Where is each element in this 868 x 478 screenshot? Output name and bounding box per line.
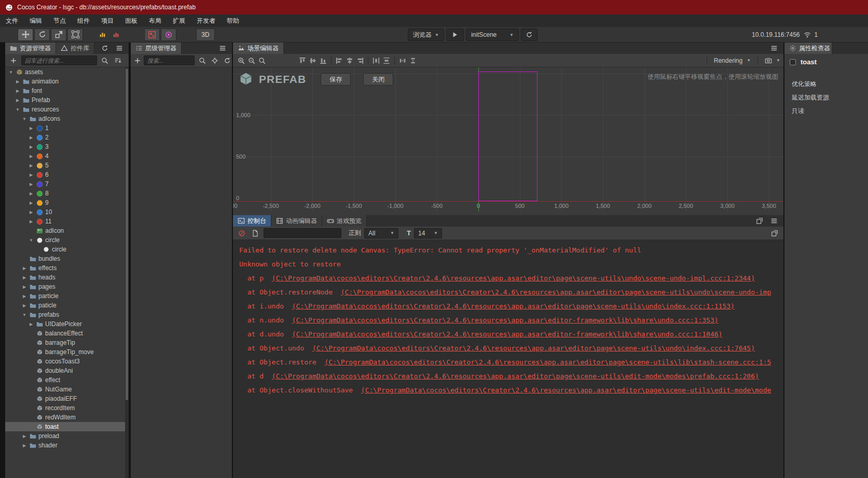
chevron-right-icon[interactable]: ▶ bbox=[29, 201, 34, 205]
chevron-right-icon[interactable]: ▶ bbox=[29, 154, 34, 159]
tree-item-NutGame[interactable]: NutGame bbox=[5, 385, 125, 394]
atlas-red-button[interactable] bbox=[144, 29, 160, 41]
close-prefab-button[interactable]: 关闭 bbox=[363, 73, 393, 86]
hierarchy-search-input[interactable] bbox=[144, 55, 195, 65]
chevron-right-icon[interactable]: ▶ bbox=[22, 434, 27, 439]
tree-item-balanceEffect[interactable]: balanceEffect bbox=[5, 329, 125, 338]
tree-item-5[interactable]: ▶5 bbox=[5, 161, 125, 170]
console-log-area[interactable]: Failed to restore delete node Canvas: Ty… bbox=[233, 240, 783, 478]
chevron-right-icon[interactable]: ▶ bbox=[22, 285, 27, 289]
preview-target-select[interactable]: 浏览器 ▼ bbox=[408, 29, 444, 41]
tree-item-effects[interactable]: ▶effects bbox=[5, 263, 125, 273]
chevron-right-icon[interactable]: ▶ bbox=[22, 303, 27, 308]
tree-item-shader[interactable]: ▶shader bbox=[5, 441, 125, 450]
menu-文件[interactable]: 文件 bbox=[0, 15, 24, 27]
console-filter-input[interactable] bbox=[264, 228, 341, 238]
tree-item-animation[interactable]: ▶animation bbox=[5, 77, 125, 86]
chevron-right-icon[interactable]: ▶ bbox=[15, 98, 20, 103]
hierarchy-body[interactable] bbox=[131, 67, 232, 478]
tree-item-pages[interactable]: ▶pages bbox=[5, 282, 125, 291]
scene-viewport[interactable]: -3,000-2,500-2,000-1,500-1,000-50005001,… bbox=[233, 67, 783, 215]
tree-item-6[interactable]: ▶6 bbox=[5, 170, 125, 179]
tree-item-resources[interactable]: ▼resources bbox=[5, 105, 125, 114]
distribute-vertical-icon[interactable] bbox=[381, 55, 392, 66]
chevron-right-icon[interactable]: ▶ bbox=[22, 266, 27, 271]
chevron-right-icon[interactable]: ▶ bbox=[22, 294, 27, 299]
camera-icon[interactable] bbox=[765, 57, 772, 64]
chevron-right-icon[interactable]: ▶ bbox=[22, 275, 27, 280]
refresh-scene-button[interactable] bbox=[521, 29, 538, 41]
tree-item-circle[interactable]: ▼circle bbox=[5, 235, 125, 245]
tree-item-preload[interactable]: ▶preload bbox=[5, 431, 125, 441]
menu-组件[interactable]: 组件 bbox=[72, 15, 95, 27]
tree-item-Prefab[interactable]: ▶Prefab bbox=[5, 95, 125, 105]
stack-trace-link[interactable]: (C:\ProgramData\cocos\editors\Creator\2.… bbox=[292, 316, 719, 324]
menu-布局[interactable]: 布局 bbox=[143, 15, 167, 27]
stack-trace-link[interactable]: (C:\ProgramData\cocos\editors\Creator\2.… bbox=[324, 358, 771, 366]
space-horizontal-icon[interactable] bbox=[397, 55, 408, 66]
space-vertical-icon[interactable] bbox=[408, 55, 418, 66]
tree-item-4[interactable]: ▶4 bbox=[5, 151, 125, 161]
zoom-reset-icon[interactable] bbox=[257, 55, 267, 66]
zoom-in-icon[interactable] bbox=[236, 55, 246, 66]
tree-item-1[interactable]: ▶1 bbox=[5, 123, 125, 133]
tree-item-7[interactable]: ▶7 bbox=[5, 179, 125, 189]
stack-trace-link[interactable]: (C:\ProgramData\cocos\editors\Creator\2.… bbox=[361, 386, 771, 394]
align-right-icon[interactable] bbox=[355, 55, 365, 66]
menu-编辑[interactable]: 编辑 bbox=[24, 15, 48, 27]
play-button[interactable] bbox=[446, 29, 464, 41]
chevron-right-icon[interactable]: ▶ bbox=[29, 126, 34, 131]
search-icon[interactable] bbox=[197, 55, 208, 66]
tab-console[interactable]: 控制台 bbox=[233, 215, 271, 227]
tree-item-paticle[interactable]: ▶paticle bbox=[5, 301, 125, 310]
open-log-file-button[interactable] bbox=[250, 228, 260, 238]
menu-icon[interactable] bbox=[114, 43, 125, 53]
3d-toggle-button[interactable]: 3D bbox=[196, 29, 215, 41]
align-center-icon[interactable] bbox=[345, 55, 355, 66]
tab-assets[interactable]: 资源管理器 bbox=[5, 43, 56, 54]
chevron-down-icon[interactable]: ▼ bbox=[776, 58, 780, 63]
tree-item-particle[interactable]: ▶particle bbox=[5, 291, 125, 301]
chevron-down-icon[interactable]: ▼ bbox=[22, 117, 27, 121]
stack-trace-link[interactable]: (C:\ProgramData\cocos\editors\Creator\2.… bbox=[292, 330, 723, 338]
tree-item-UIDatePicker[interactable]: ▶UIDatePicker bbox=[5, 319, 125, 329]
tree-item-toast[interactable]: toast bbox=[5, 422, 125, 431]
collapse-log-icon[interactable] bbox=[769, 228, 780, 238]
tree-item-10[interactable]: ▶10 bbox=[5, 207, 125, 217]
save-prefab-button[interactable]: 保存 bbox=[321, 73, 351, 86]
rotate-tool-button[interactable] bbox=[34, 29, 50, 41]
stack-trace-link[interactable]: (C:\ProgramData\cocos\editors\Creator\2.… bbox=[341, 288, 771, 296]
tree-item-heads[interactable]: ▶heads bbox=[5, 273, 125, 282]
chevron-down-icon[interactable]: ▼ bbox=[747, 58, 751, 63]
tree-item-prefabs[interactable]: ▼prefabs bbox=[5, 310, 125, 319]
tab-animation-editor[interactable]: 动画编辑器 bbox=[271, 215, 322, 227]
add-asset-button[interactable] bbox=[8, 55, 19, 66]
assets-search-input[interactable] bbox=[21, 55, 97, 65]
chevron-right-icon[interactable]: ▶ bbox=[29, 173, 34, 177]
chevron-down-icon[interactable]: ▼ bbox=[8, 70, 13, 75]
chevron-down-icon[interactable]: ▼ bbox=[29, 238, 34, 243]
chevron-right-icon[interactable]: ▶ bbox=[29, 145, 34, 149]
align-bottom-icon[interactable] bbox=[318, 55, 328, 66]
add-node-button[interactable] bbox=[134, 55, 141, 66]
menu-面板[interactable]: 面板 bbox=[119, 15, 143, 27]
tree-item-2[interactable]: ▶2 bbox=[5, 133, 125, 142]
align-left-icon[interactable] bbox=[334, 55, 345, 66]
tree-item-barrageTip[interactable]: barrageTip bbox=[5, 338, 125, 347]
menu-icon[interactable] bbox=[769, 216, 779, 226]
font-size-select[interactable]: 14 ▼ bbox=[414, 228, 442, 238]
sort-icon[interactable] bbox=[113, 55, 123, 66]
tab-game-preview[interactable]: 游戏预览 bbox=[322, 215, 367, 227]
tree-item-circle[interactable]: circle bbox=[5, 245, 125, 254]
chevron-right-icon[interactable]: ▶ bbox=[15, 79, 20, 84]
tab-widget-library[interactable]: 控件库 bbox=[56, 43, 94, 54]
move-tool-button[interactable] bbox=[18, 29, 33, 41]
scale-tool-button[interactable] bbox=[51, 29, 66, 41]
chevron-right-icon[interactable]: ▶ bbox=[29, 135, 34, 140]
tab-hierarchy[interactable]: 层级管理器 bbox=[131, 43, 182, 54]
stack-trace-link[interactable]: (C:\ProgramData\cocos\editors\Creator\2.… bbox=[272, 372, 759, 380]
regex-toggle-label[interactable]: 正则 bbox=[349, 229, 361, 237]
tree-item-adIcons[interactable]: ▼adIcons bbox=[5, 114, 125, 123]
tree-item-piaodaiEFF[interactable]: piaodaiEFF bbox=[5, 394, 125, 403]
locate-icon[interactable] bbox=[210, 55, 220, 66]
